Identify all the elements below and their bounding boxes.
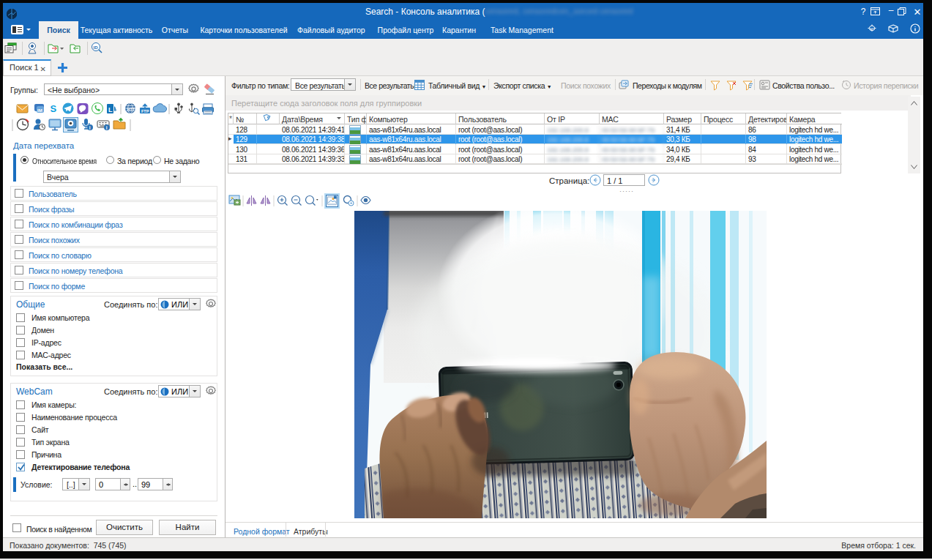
svg-text:FTP: FTP	[141, 109, 149, 113]
svg-text:i: i	[106, 125, 108, 130]
svg-text:API: API	[870, 27, 874, 31]
svg-text:S: S	[51, 103, 57, 114]
svg-text:HTTP: HTTP	[127, 107, 138, 111]
svg-text:L: L	[108, 106, 113, 113]
svg-text:IM: IM	[37, 108, 42, 113]
svg-text:i: i	[89, 125, 91, 130]
svg-text:ID: ID	[94, 45, 99, 50]
